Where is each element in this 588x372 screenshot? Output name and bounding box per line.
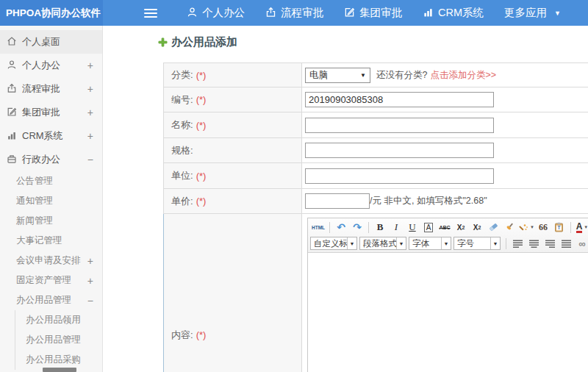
caret-down-icon: ▼ — [554, 10, 561, 17]
name-label: 名称: — [171, 118, 193, 132]
crm-chart-icon — [7, 130, 22, 143]
format-brush-icon[interactable] — [502, 221, 517, 234]
caret-down-icon: ▼ — [347, 237, 356, 249]
sidebar-item-supplies-claim[interactable]: 办公用品领用 — [15, 310, 102, 330]
form-row-category: 分类: (*) 电脑 ▼ 还没有分类? 点击添加分类>> — [164, 63, 588, 87]
nav-crm-system[interactable]: CRM系统 — [412, 0, 494, 26]
approval-edit-icon — [7, 107, 22, 119]
sidebar-item-supplies-manage[interactable]: 办公用品管理 — [15, 330, 102, 350]
font-size-dropdown[interactable]: 字号▼ — [453, 237, 501, 250]
expand-icon[interactable]: + — [87, 107, 93, 118]
bold-button[interactable]: B — [373, 221, 387, 234]
caret-down-icon: ▼ — [490, 237, 500, 249]
sidebar-item-meeting-request[interactable]: 会议申请及安排 + — [0, 251, 102, 271]
caret-down-icon: ▼ — [441, 237, 451, 249]
unit-input[interactable] — [305, 168, 494, 184]
user-icon — [187, 7, 202, 20]
select-caret-icon: ▼ — [360, 72, 366, 79]
category-select[interactable]: 电脑 ▼ — [305, 68, 370, 83]
paragraph-format-dropdown[interactable]: 段落格式▼ — [359, 237, 406, 250]
crm-chart-icon — [423, 7, 438, 20]
font-family-dropdown[interactable]: 字体▼ — [409, 237, 451, 250]
workflow-icon — [265, 7, 281, 20]
spec-label: 规格: — [171, 144, 193, 157]
home-icon — [7, 36, 22, 49]
sidebar-item-workflow-approval[interactable]: 流程审批 + — [0, 77, 102, 101]
required-mark: (*) — [196, 171, 207, 182]
source-code-button[interactable]: HTML — [311, 221, 326, 234]
blockquote-button[interactable]: 66 — [536, 221, 551, 234]
format-eraser-icon[interactable] — [486, 221, 501, 234]
italic-button[interactable]: I — [389, 221, 404, 234]
unit-label: 单位: — [171, 169, 193, 182]
undo-icon[interactable]: ↶ — [334, 221, 348, 234]
price-input[interactable] — [305, 193, 370, 209]
category-label: 分类: — [171, 68, 193, 82]
nav-group-approval[interactable]: 集团审批 — [334, 0, 412, 26]
code-input[interactable] — [305, 92, 494, 107]
user-icon — [7, 60, 22, 72]
sidebar-item-clipped — [43, 368, 76, 372]
auto-typeset-icon[interactable]: ▼ — [518, 221, 534, 234]
workflow-icon — [7, 83, 22, 96]
strikethrough-button[interactable]: ABC — [437, 221, 452, 234]
name-input[interactable] — [305, 118, 494, 133]
sidebar-item-notice-mgmt[interactable]: 通知管理 — [0, 191, 102, 211]
approval-edit-icon — [344, 7, 359, 20]
briefcase-icon — [7, 154, 22, 166]
add-supplies-form: 分类: (*) 电脑 ▼ 还没有分类? 点击添加分类>> 编号: (*) — [163, 62, 588, 372]
price-hint: /元 非中文, 如填写格式"2.68" — [370, 195, 487, 207]
sidebar-item-news-mgmt[interactable]: 新闻管理 — [0, 211, 102, 231]
font-color-button[interactable]: A▼ — [575, 221, 588, 234]
sidebar: 个人桌面 个人办公 + 流程审批 + 集团审批 + CRM系统 + 行政办公 −… — [0, 26, 103, 372]
nav-workflow-approval[interactable]: 流程审批 — [255, 0, 334, 26]
caret-down-icon: ▼ — [530, 225, 534, 229]
form-row-content: 内容: (*) HTML ↶ ↷ B I U — [163, 214, 588, 372]
sidebar-item-crm-system[interactable]: CRM系统 + — [0, 124, 102, 148]
char-border-button[interactable]: A — [421, 221, 436, 234]
expand-icon[interactable]: + — [87, 255, 93, 267]
underline-button[interactable]: U — [405, 221, 420, 234]
insert-link-icon[interactable]: ∞ — [575, 237, 588, 250]
align-justify-icon[interactable] — [559, 237, 573, 250]
main-content: 办公用品添加 分类: (*) 电脑 ▼ 还没有分类? 点击添加分类>> 编号: … — [104, 26, 588, 372]
align-center-icon[interactable] — [526, 237, 541, 250]
expand-icon[interactable]: + — [87, 83, 93, 95]
code-label: 编号: — [171, 93, 193, 107]
form-row-spec: 规格: — [164, 138, 588, 163]
sidebar-item-announcement-mgmt[interactable]: 公告管理 — [0, 171, 102, 191]
sidebar-item-personal-desktop[interactable]: 个人桌面 — [0, 30, 102, 54]
editor-content-area[interactable] — [308, 253, 588, 372]
align-right-icon[interactable] — [542, 237, 557, 250]
spec-input[interactable] — [305, 143, 494, 158]
expand-icon[interactable]: + — [87, 60, 93, 71]
sidebar-item-personal-office[interactable]: 个人办公 + — [0, 54, 102, 77]
add-category-link[interactable]: 点击添加分类>> — [430, 69, 496, 82]
sidebar-item-group-approval[interactable]: 集团审批 + — [0, 101, 102, 124]
custom-title-dropdown[interactable]: 自定义标题▼ — [310, 237, 357, 250]
sidebar-item-admin-office[interactable]: 行政办公 − — [0, 148, 102, 171]
redo-icon[interactable]: ↷ — [350, 221, 365, 234]
align-left-icon[interactable] — [510, 237, 525, 250]
superscript-button[interactable]: X2 — [453, 221, 468, 234]
nav-more-apps[interactable]: 更多应用 ▼ — [494, 0, 571, 26]
collapse-icon[interactable]: − — [87, 154, 93, 165]
subscript-button[interactable]: X2 — [470, 221, 484, 234]
nav-personal-office[interactable]: 个人办公 — [176, 0, 255, 26]
collapse-icon[interactable]: − — [87, 295, 93, 307]
required-mark: (*) — [196, 120, 207, 131]
menu-toggle-icon[interactable] — [144, 9, 157, 18]
sidebar-item-fixed-assets-mgmt[interactable]: 固定资产管理 + — [0, 271, 102, 290]
required-mark: (*) — [196, 70, 207, 81]
sidebar-item-office-supplies-mgmt[interactable]: 办公用品管理 − — [0, 290, 102, 310]
required-mark: (*) — [196, 196, 207, 207]
content-label: 内容: — [171, 329, 193, 342]
sidebar-submenu-office-supplies: 办公用品领用 办公用品管理 办公用品采购 — [15, 310, 102, 370]
sidebar-item-memorabilia-mgmt[interactable]: 大事记管理 — [0, 231, 102, 251]
topbar: PHPOA协同办公软件 个人办公 流程审批 集团审批 CRM系统 更多应用 ▼ — [0, 0, 588, 26]
expand-icon[interactable]: + — [87, 130, 93, 142]
add-plus-icon — [158, 37, 168, 47]
expand-icon[interactable]: + — [87, 275, 93, 287]
sidebar-item-supplies-purchase[interactable]: 办公用品采购 — [15, 350, 102, 370]
paste-text-icon[interactable]: T — [552, 221, 567, 234]
